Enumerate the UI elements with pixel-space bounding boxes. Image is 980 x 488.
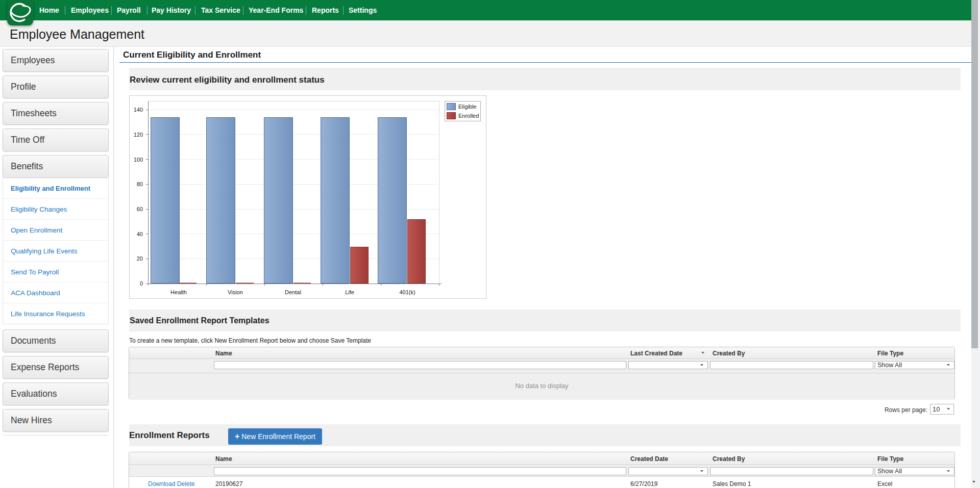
svg-text:120: 120 [134,132,143,138]
svg-text:Health: Health [170,289,187,295]
svg-text:Life: Life [345,289,354,295]
svg-text:100: 100 [134,157,143,163]
svg-text:Dental: Dental [285,289,301,295]
svg-text:140: 140 [134,107,143,113]
svg-text:Vision: Vision [228,289,243,295]
svg-text:80: 80 [137,181,143,187]
svg-text:401(k): 401(k) [399,289,415,295]
svg-text:40: 40 [137,231,143,237]
svg-text:20: 20 [137,255,143,262]
svg-text:Eligible: Eligible [458,104,476,110]
svg-text:60: 60 [137,206,143,212]
svg-text:Enrolled: Enrolled [458,113,479,119]
svg-text:0: 0 [140,280,143,287]
